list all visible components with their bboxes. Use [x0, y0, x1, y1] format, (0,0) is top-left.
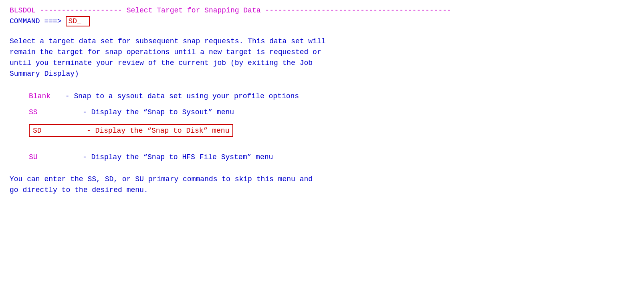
description-line2: remain the target for snap operations un… [10, 47, 634, 58]
option-row-3: SU - Display the “Snap to HFS File Syste… [29, 153, 634, 161]
option-row-1: SS - Display the “Snap to Sysout” menu [29, 108, 634, 116]
header-dashes-left: ------------------- [36, 6, 122, 14]
option-desc-2: Display the “Snap to Disk” menu [91, 127, 230, 135]
option-row-2: SD - Display the “Snap to Disk” menu [29, 124, 634, 145]
footer-line2: go directly to the desired menu. [10, 185, 634, 196]
option-key-2: SD [33, 127, 65, 135]
description-line4: Summary Display) [10, 69, 634, 79]
footer-block: You can enter the SS, SD, or SU primary … [10, 174, 634, 196]
option-row-normal-3: SU - Display the “Snap to HFS File Syste… [29, 153, 634, 161]
option-dash-2: - [65, 127, 91, 135]
command-line: COMMAND ===> SD_ [10, 16, 634, 26]
header-bar: BLSDOL ------------------- Select Target… [10, 6, 634, 14]
description-line3: until you terminate your review of the c… [10, 58, 634, 69]
option-row-0: Blank - Snap to a sysout data set using … [29, 92, 634, 100]
option-row-highlighted-2[interactable]: SD - Display the “Snap to Disk” menu [29, 124, 233, 137]
option-desc-1: Display the “Snap to Sysout” menu [87, 108, 234, 116]
option-row-normal-0: Blank - Snap to a sysout data set using … [29, 92, 634, 100]
description-line1: Select a target data set for subsequent … [10, 36, 634, 47]
options-block: Blank - Snap to a sysout data set using … [29, 92, 634, 161]
option-key-0: Blank [29, 92, 61, 100]
footer-line1: You can enter the SS, SD, or SU primary … [10, 174, 634, 185]
option-key-3: SU [29, 153, 61, 161]
option-dash-1: - [61, 108, 87, 116]
command-label: COMMAND ===> [10, 17, 66, 25]
option-key-1: SS [29, 108, 61, 116]
header-dashes-right: ----------------------------------------… [265, 6, 451, 14]
app-name: BLSDOL [10, 6, 36, 14]
option-desc-0: Snap to a sysout data set using your pro… [70, 92, 299, 100]
description-block: Select a target data set for subsequent … [10, 36, 634, 79]
header-title: Select Target for Snapping Data [122, 6, 265, 14]
option-row-normal-1: SS - Display the “Snap to Sysout” menu [29, 108, 634, 116]
command-input[interactable]: SD_ [66, 16, 90, 26]
option-dash-0: - [61, 92, 70, 100]
option-desc-3: Display the “Snap to HFS File System” me… [87, 153, 273, 161]
option-dash-3: - [61, 153, 87, 161]
